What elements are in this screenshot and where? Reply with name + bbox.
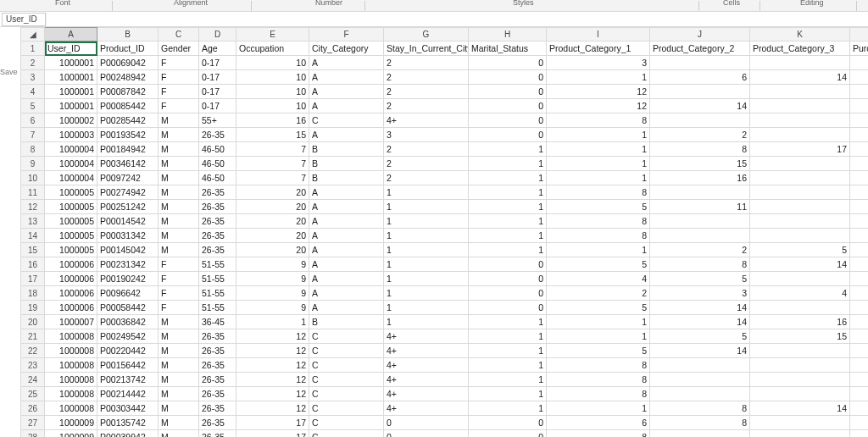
cell[interactable]: 1000005: [45, 243, 97, 257]
cell[interactable]: P00213742: [97, 373, 159, 387]
table-row[interactable]: 151000005P00145042M26-3520A1112515665: [21, 243, 869, 257]
cell[interactable]: [650, 387, 750, 401]
cell[interactable]: C: [309, 401, 384, 416]
cell[interactable]: 2: [384, 56, 469, 70]
cell[interactable]: M: [159, 315, 199, 329]
cell[interactable]: 16: [650, 171, 750, 185]
cell[interactable]: [650, 373, 750, 387]
cell[interactable]: 0-17: [199, 99, 236, 113]
table-row[interactable]: 201000007P00036842M36-451B111141611788: [21, 315, 869, 329]
cell[interactable]: 5: [547, 301, 650, 315]
cell[interactable]: C: [309, 416, 384, 430]
cell[interactable]: 1: [384, 243, 469, 257]
row-header[interactable]: 8: [21, 142, 45, 157]
cell[interactable]: 6: [650, 70, 750, 85]
cell[interactable]: 1: [547, 329, 650, 344]
cell[interactable]: 51-55: [199, 301, 236, 315]
cell[interactable]: 1000004: [45, 157, 97, 171]
cell[interactable]: 1: [547, 70, 650, 85]
cell[interactable]: P00193542: [97, 128, 159, 142]
cell[interactable]: M: [159, 229, 199, 243]
cell[interactable]: [750, 157, 850, 171]
table-row[interactable]: 241000008P00213742M26-3512C4+189743: [21, 373, 869, 387]
cell[interactable]: 14: [650, 344, 750, 358]
cell[interactable]: 5: [750, 243, 850, 257]
cell[interactable]: A: [309, 229, 384, 243]
cell[interactable]: 4+: [384, 358, 469, 373]
cell[interactable]: 2: [384, 85, 469, 99]
cell[interactable]: 1057: [850, 99, 869, 113]
cell[interactable]: City_Category: [309, 41, 384, 56]
cell[interactable]: 0-17: [199, 56, 236, 70]
cell[interactable]: P00036842: [97, 315, 159, 329]
cell[interactable]: 11788: [850, 315, 869, 329]
cell[interactable]: 2: [650, 128, 750, 142]
cell[interactable]: 1000008: [45, 401, 97, 416]
cell[interactable]: 46-50: [199, 157, 236, 171]
formula-bar[interactable]: [46, 13, 868, 26]
cell[interactable]: 14: [750, 401, 850, 416]
row-header[interactable]: 25: [21, 387, 45, 401]
cell[interactable]: 2: [384, 171, 469, 185]
cell[interactable]: Product_ID: [97, 41, 159, 56]
row-header[interactable]: 28: [21, 430, 45, 438]
cell[interactable]: 1: [469, 200, 547, 214]
col-header-H[interactable]: H: [469, 28, 547, 41]
cell[interactable]: [750, 99, 850, 113]
cell[interactable]: B: [309, 171, 384, 185]
cell[interactable]: 1: [384, 214, 469, 229]
cell[interactable]: 0: [469, 70, 547, 85]
cell[interactable]: M: [159, 200, 199, 214]
cell[interactable]: 1000008: [45, 373, 97, 387]
cell[interactable]: 55+: [199, 113, 236, 128]
cell[interactable]: [750, 185, 850, 200]
cell[interactable]: 1000004: [45, 142, 97, 157]
cell[interactable]: [750, 430, 850, 438]
cell[interactable]: M: [159, 157, 199, 171]
cell[interactable]: 2: [384, 142, 469, 157]
cell[interactable]: 1: [469, 214, 547, 229]
cell[interactable]: 15: [236, 128, 309, 142]
cell[interactable]: 1000001: [45, 56, 97, 70]
cell[interactable]: M: [159, 416, 199, 430]
cell[interactable]: 26-35: [199, 358, 236, 373]
table-row[interactable]: 41000001P00087842F0-1710A20121422: [21, 85, 869, 99]
cell[interactable]: M: [159, 387, 199, 401]
cell[interactable]: 26-35: [199, 387, 236, 401]
cell[interactable]: 1: [469, 142, 547, 157]
cell[interactable]: A: [309, 272, 384, 286]
cell[interactable]: A: [309, 128, 384, 142]
cell[interactable]: Product_Category_1: [547, 41, 650, 56]
cell[interactable]: 1000003: [45, 128, 97, 142]
cell[interactable]: 0: [469, 416, 547, 430]
cell[interactable]: 5: [547, 344, 650, 358]
row-header[interactable]: 3: [21, 70, 45, 85]
cell[interactable]: 5: [547, 200, 650, 214]
cell[interactable]: 0: [469, 85, 547, 99]
cell[interactable]: P00346142: [97, 157, 159, 171]
cell[interactable]: 1: [384, 229, 469, 243]
cell[interactable]: [750, 214, 850, 229]
cell[interactable]: 12: [236, 373, 309, 387]
cell[interactable]: 1: [384, 257, 469, 272]
cell[interactable]: 1000001: [45, 70, 97, 85]
cell[interactable]: M: [159, 128, 199, 142]
table-row[interactable]: 101000004P0097242M46-507B2111615686: [21, 171, 869, 185]
cell[interactable]: P0096642: [97, 286, 159, 301]
cell[interactable]: 1000005: [45, 229, 97, 243]
cell[interactable]: 26-35: [199, 243, 236, 257]
cell[interactable]: 13055: [850, 286, 869, 301]
cell[interactable]: 14: [750, 70, 850, 85]
cell[interactable]: 3: [384, 128, 469, 142]
col-header-A[interactable]: A: [45, 28, 97, 41]
cell[interactable]: 1422: [850, 85, 869, 99]
col-header-I[interactable]: I: [547, 28, 650, 41]
row-header[interactable]: 26: [21, 401, 45, 416]
cell[interactable]: A: [309, 257, 384, 272]
cell[interactable]: M: [159, 329, 199, 344]
cell[interactable]: 8: [547, 387, 650, 401]
cell[interactable]: 0: [384, 430, 469, 438]
column-header-row[interactable]: ◢ A B C D E F G H I J K L: [21, 28, 869, 41]
row-header[interactable]: 13: [21, 214, 45, 229]
row-header[interactable]: 12: [21, 200, 45, 214]
